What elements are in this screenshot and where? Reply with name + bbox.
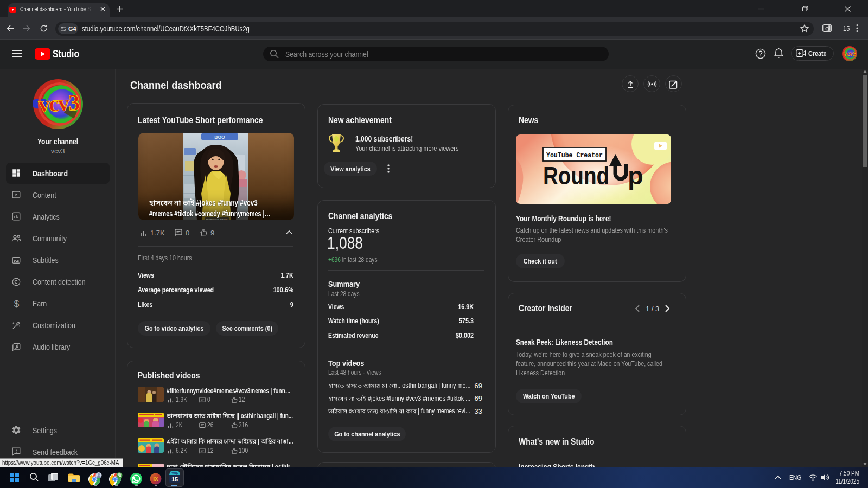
svg-text:vcv3: vcv3 <box>37 89 80 117</box>
svg-text:IX: IX <box>153 476 158 482</box>
svg-text:YouTube Creator: YouTube Creator <box>546 151 603 159</box>
svg-text:Round: Round <box>543 161 609 190</box>
svg-text:15: 15 <box>171 476 178 483</box>
svg-text:vcv3: vcv3 <box>844 50 856 57</box>
svg-text:$: $ <box>14 299 20 309</box>
svg-text:p: p <box>628 161 643 190</box>
